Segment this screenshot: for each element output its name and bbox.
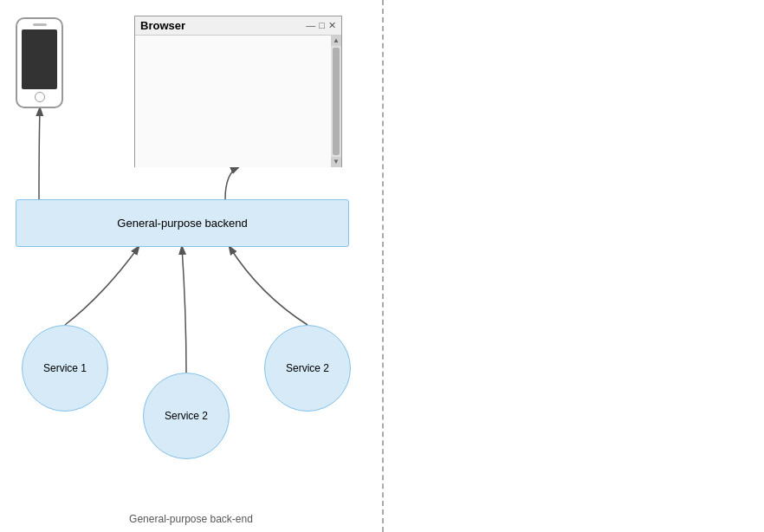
scroll-down-icon[interactable]: ▼ xyxy=(331,157,341,167)
left-service-3: Service 2 xyxy=(264,325,351,412)
diagram-divider xyxy=(382,0,384,532)
left-diagram: Browser — □ ✕ ▲ ▼ General-purpose backen… xyxy=(0,0,382,532)
scroll-up-icon[interactable]: ▲ xyxy=(331,36,341,46)
left-backend-box: General-purpose backend xyxy=(16,199,349,247)
left-browser-body: ▲ ▼ xyxy=(135,36,341,167)
left-service-2: Service 2 xyxy=(143,373,230,459)
maximize-icon[interactable]: □ xyxy=(319,20,325,31)
minimize-icon[interactable]: — xyxy=(306,20,315,31)
phone-speaker xyxy=(33,23,47,26)
left-backend-label: General-purpose backend xyxy=(117,217,247,230)
left-phone xyxy=(16,17,63,108)
left-service-1: Service 1 xyxy=(22,325,108,412)
left-browser-scrollbar[interactable]: ▲ ▼ xyxy=(331,36,341,167)
left-browser-titlebar: Browser — □ ✕ xyxy=(135,16,341,36)
phone-screen xyxy=(22,29,57,89)
phone-button xyxy=(35,92,45,102)
close-icon[interactable]: ✕ xyxy=(328,20,336,31)
diagram-container: Browser — □ ✕ ▲ ▼ General-purpose backen… xyxy=(0,0,764,532)
scrollbar-thumb[interactable] xyxy=(333,48,340,155)
left-browser-controls: — □ ✕ xyxy=(306,20,336,31)
left-caption: General-purpose back-end xyxy=(0,513,382,525)
left-browser: Browser — □ ✕ ▲ ▼ xyxy=(134,16,342,167)
left-browser-title: Browser xyxy=(140,19,185,32)
